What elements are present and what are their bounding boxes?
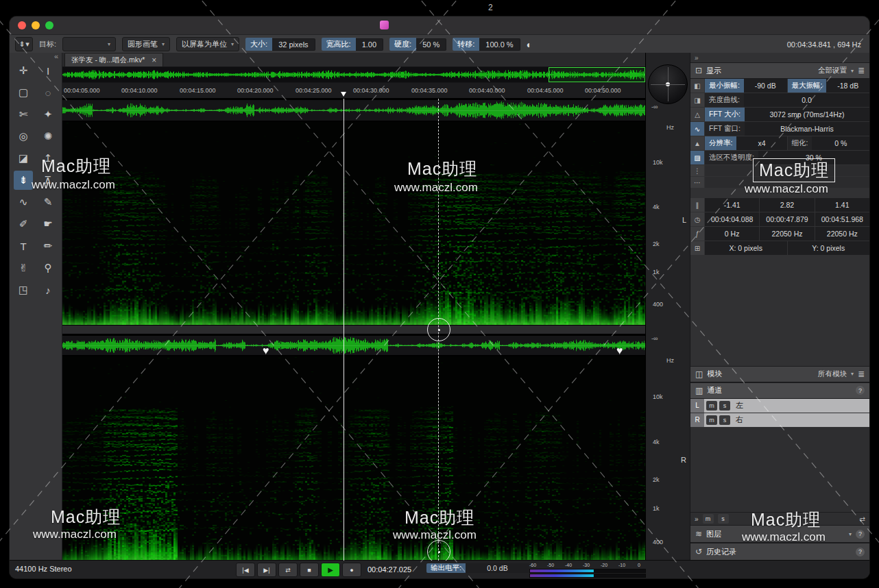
- close-window-button[interactable]: [18, 21, 26, 29]
- channel-row-left[interactable]: L m s 左: [690, 399, 869, 413]
- modules-preset-select[interactable]: 所有模块: [818, 369, 847, 379]
- overview-range-box[interactable]: [549, 67, 645, 82]
- spectrogram-left-canvas[interactable]: [62, 122, 645, 325]
- minimize-window-button[interactable]: [32, 21, 40, 29]
- collapse-right-panel-icon[interactable]: »: [695, 54, 699, 62]
- output-level-field[interactable]: 输出电平: 0.0 dB: [426, 563, 529, 573]
- menu-icon[interactable]: ≣: [858, 66, 865, 75]
- brightness-field[interactable]: 亮度曲线:0.0: [705, 93, 869, 107]
- selection-opacity-field[interactable]: 选区不透明度:30 %: [705, 151, 869, 164]
- hand-tool[interactable]: ✌: [14, 258, 33, 278]
- lift-tool[interactable]: ↥: [38, 149, 58, 168]
- dashed-pattern-icon[interactable]: ⋯: [690, 177, 704, 188]
- stamp-tool[interactable]: ⊼: [38, 171, 58, 190]
- spectrogram-right-canvas[interactable]: [62, 356, 645, 561]
- aspect-ratio-field[interactable]: 宽高比:1.00: [322, 38, 383, 51]
- menu-icon[interactable]: ≣: [858, 369, 865, 379]
- collapse-left-panel-icon[interactable]: «: [54, 52, 58, 60]
- eraser-tool[interactable]: ◪: [14, 149, 33, 168]
- move-tool[interactable]: ✛: [14, 61, 33, 80]
- mute-button[interactable]: m: [706, 415, 717, 425]
- chevron-down-icon[interactable]: ▾: [849, 531, 852, 537]
- spot-tool[interactable]: ◎: [14, 127, 33, 146]
- solo-button[interactable]: s: [719, 415, 730, 425]
- draw-tool[interactable]: ✏: [38, 236, 58, 256]
- zoom-window-button[interactable]: [45, 21, 53, 29]
- flare-tool[interactable]: ✺: [38, 127, 58, 146]
- history-section-header[interactable]: ↺ 历史记录 ?: [690, 543, 869, 561]
- document-tab[interactable]: 张学友 - 吻...唱会.mkv* ×: [64, 53, 163, 66]
- layers-icon: ≋: [695, 529, 702, 539]
- help-icon[interactable]: ?: [856, 548, 865, 556]
- overview-strip[interactable]: [62, 67, 645, 83]
- history-title: 历史记录: [706, 547, 736, 557]
- swap-icon[interactable]: ⇄: [860, 515, 865, 523]
- refinement-field[interactable]: 细化:0 %: [788, 136, 870, 150]
- jog-wheel[interactable]: [648, 64, 688, 104]
- loop-button[interactable]: ⇄: [278, 563, 298, 577]
- master-mute-button[interactable]: m: [703, 514, 714, 524]
- help-icon[interactable]: ?: [856, 386, 865, 395]
- type-tool[interactable]: T: [14, 236, 33, 256]
- playhead-marker[interactable]: [341, 92, 346, 97]
- brush-cursor-circle: [427, 318, 450, 341]
- channel-divider[interactable]: [62, 325, 645, 334]
- close-tab-icon[interactable]: ×: [152, 56, 156, 64]
- curve-tool[interactable]: ∿: [14, 193, 33, 212]
- target-label: 目标:: [39, 39, 56, 49]
- mute-button[interactable]: m: [706, 401, 717, 411]
- brush-shape-select[interactable]: 圆形画笔▾: [122, 37, 170, 51]
- display-section-header[interactable]: ⊡ 显示 全部设置 ▾ ≣: [690, 62, 869, 79]
- marquee-select-tool[interactable]: ▢: [14, 83, 33, 102]
- lasso-select-tool[interactable]: ◌: [38, 83, 58, 102]
- zoom-tool[interactable]: ⚲: [38, 258, 58, 278]
- freq-tick: 2k: [653, 241, 660, 247]
- expand-icon[interactable]: »: [695, 515, 699, 523]
- master-solo-button[interactable]: s: [718, 514, 729, 524]
- document-icon: [380, 21, 389, 29]
- brush-cursor-circle: [427, 540, 450, 561]
- freq-low: 0 Hz: [705, 227, 759, 241]
- modules-section-header[interactable]: ◫ 模块 所有模块 ▾ ≣: [690, 366, 869, 382]
- target-tool-button[interactable]: ⇟▾: [15, 37, 33, 51]
- target-select[interactable]: ▾: [62, 37, 116, 51]
- layers-section-header[interactable]: ≋ 图层 ▾ ?: [690, 525, 869, 543]
- pen-tool[interactable]: ✐: [14, 215, 33, 234]
- time-ruler[interactable]: 00:04:05.000 00:04:10.000 00:04:15.000 0…: [62, 83, 645, 99]
- audio-tool[interactable]: ♪: [38, 280, 58, 299]
- dotted-pattern-icon[interactable]: ⋮: [690, 165, 704, 176]
- contrast-icon[interactable]: ◐: [527, 39, 532, 50]
- heart-icon: ♥: [263, 345, 269, 356]
- stop-button[interactable]: ■: [300, 563, 319, 577]
- text-cursor-tool[interactable]: I: [38, 61, 58, 80]
- min-amplitude-field[interactable]: 最小振幅:-90 dB: [705, 79, 787, 93]
- channel-row-right[interactable]: R m s 右: [690, 413, 869, 427]
- max-amplitude-field[interactable]: 最大振幅:-18 dB: [788, 79, 870, 93]
- hardness-field[interactable]: 硬度:50 %: [389, 38, 446, 51]
- fft-size-field[interactable]: FFT 大小:3072 smp (70ms/14Hz): [705, 108, 869, 121]
- skip-end-button[interactable]: ▶|: [257, 563, 276, 577]
- magic-wand-tool[interactable]: ✦: [38, 105, 58, 124]
- finger-tool[interactable]: ☛: [38, 215, 58, 234]
- solo-button[interactable]: s: [719, 401, 730, 411]
- record-button[interactable]: ●: [342, 563, 361, 577]
- waveform-right-canvas[interactable]: [62, 334, 645, 356]
- pencil-tool[interactable]: ✎: [38, 193, 58, 212]
- resolution-field[interactable]: 分辨率:x4: [705, 136, 787, 150]
- cube-tool[interactable]: ◳: [14, 280, 33, 299]
- transfer-tool[interactable]: ⇟: [14, 171, 33, 190]
- transfer-field[interactable]: 转移:100.0 %: [453, 38, 520, 51]
- channels-section-header[interactable]: ▥ 通道 ?: [690, 382, 869, 399]
- brush-size-field[interactable]: 大小:32 pixels: [245, 38, 315, 51]
- fft-window-field[interactable]: FFT 窗口:Blackman-Harris: [705, 122, 869, 136]
- chevron-down-icon: ▾: [25, 40, 29, 49]
- units-select[interactable]: 以屏幕为单位▾: [176, 37, 239, 51]
- channels-title: 通道: [707, 385, 722, 395]
- knife-tool[interactable]: ✄: [14, 105, 33, 124]
- help-icon[interactable]: ?: [856, 530, 865, 539]
- play-button[interactable]: ▶: [321, 563, 340, 577]
- time-tick: 00:04:30.000: [353, 87, 389, 94]
- display-preset-select[interactable]: 全部设置: [818, 66, 847, 75]
- waveform-left-canvas[interactable]: [62, 99, 645, 122]
- skip-start-button[interactable]: |◀: [236, 563, 255, 577]
